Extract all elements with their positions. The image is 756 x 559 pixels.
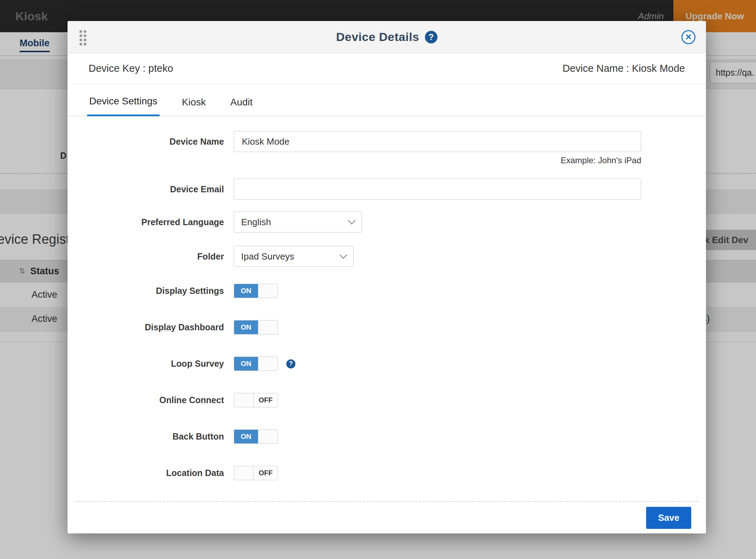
display-dashboard-label: Display Dashboard — [68, 322, 224, 332]
toggle-state-label: OFF — [254, 393, 278, 407]
device-key-text: Device Key : pteko — [89, 63, 173, 74]
loop-survey-label: Loop Survey — [68, 359, 224, 369]
display-dashboard-toggle[interactable]: ON — [234, 320, 278, 334]
device-name-hint: Example: John's iPad — [234, 156, 641, 165]
loop-survey-help-icon[interactable]: ? — [286, 359, 295, 368]
toggle-knob — [234, 393, 254, 407]
toggle-knob — [258, 284, 278, 298]
toggle-knob — [258, 320, 278, 334]
chevron-down-icon — [348, 217, 356, 225]
back-button-label: Back Button — [68, 432, 224, 442]
loop-survey-toggle[interactable]: ON — [234, 357, 278, 371]
close-icon[interactable]: ✕ — [681, 30, 695, 44]
display-settings-toggle[interactable]: ON — [234, 284, 278, 298]
modal-tabs: Device Settings Kiosk Audit — [68, 84, 706, 116]
tab-device-settings[interactable]: Device Settings — [87, 96, 160, 116]
device-email-label: Device Email — [68, 184, 224, 194]
toggle-state-label: ON — [234, 284, 258, 298]
folder-label: Folder — [68, 251, 224, 262]
location-data-toggle[interactable]: OFF — [234, 466, 278, 480]
toggle-knob — [258, 430, 278, 443]
toggle-state-label: ON — [234, 430, 258, 443]
tab-kiosk[interactable]: Kiosk — [180, 97, 208, 116]
device-name-text: Device Name : Kiosk Mode — [562, 63, 685, 74]
device-email-input[interactable] — [234, 179, 641, 200]
toggle-knob — [258, 357, 278, 371]
preferred-language-label: Preferred Language — [68, 217, 224, 227]
toggle-state-label: ON — [234, 357, 258, 371]
device-name-input[interactable] — [234, 131, 641, 152]
toggle-state-label: OFF — [254, 466, 278, 480]
modal-subheader: Device Key : pteko Device Name : Kiosk M… — [68, 53, 706, 84]
preferred-language-value: English — [241, 217, 271, 228]
device-settings-form: Device Name Example: John's iPad Device … — [68, 116, 706, 501]
toggle-state-label: ON — [234, 320, 258, 334]
device-name-label: Device Name — [68, 137, 224, 147]
back-button-toggle[interactable]: ON — [234, 429, 278, 444]
drag-handle-icon[interactable] — [79, 30, 86, 46]
online-connect-label: Online Connect — [68, 395, 224, 405]
help-icon[interactable]: ? — [425, 31, 438, 43]
folder-value: Ipad Surveys — [241, 251, 294, 262]
modal-title: Device Details — [336, 30, 419, 44]
location-data-label: Location Data — [68, 468, 224, 478]
online-connect-toggle[interactable]: OFF — [234, 393, 278, 407]
display-settings-label: Display Settings — [68, 286, 224, 296]
chevron-down-icon — [340, 251, 348, 259]
modal-header: Device Details ? ✕ — [68, 21, 706, 53]
preferred-language-select[interactable]: English — [234, 212, 362, 233]
tab-audit[interactable]: Audit — [228, 97, 255, 116]
toggle-knob — [234, 466, 254, 480]
folder-select[interactable]: Ipad Surveys — [234, 246, 354, 267]
device-details-modal: Device Details ? ✕ Device Key : pteko De… — [68, 21, 706, 533]
save-button[interactable]: Save — [646, 507, 691, 529]
modal-footer: Save — [75, 501, 698, 533]
